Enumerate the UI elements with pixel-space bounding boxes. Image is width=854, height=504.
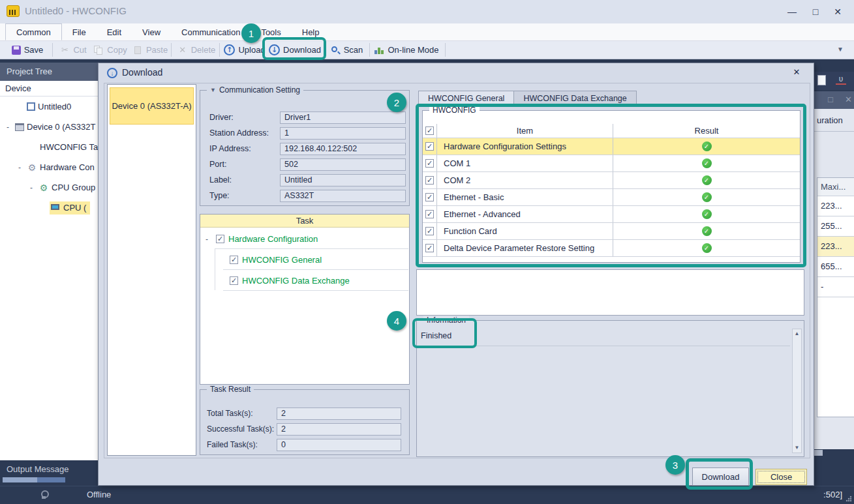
table-row-ethernet-advanced[interactable]: ✓Ethernet - Advanced✓ (423, 206, 800, 223)
project-icon (27, 102, 35, 111)
annotation-badge-2: 2 (387, 93, 406, 112)
column-header-item: Item (437, 124, 613, 138)
dialog-titlebar[interactable]: ↓ Download ✕ (99, 63, 814, 83)
hwconfig-group-title: HWCONFIG (429, 106, 480, 115)
driver-field[interactable]: Driver1 (280, 111, 406, 124)
dialog-close-icon[interactable]: ✕ (790, 67, 803, 79)
annotation-badge-4: 4 (387, 311, 406, 331)
type-field[interactable]: AS332T (280, 190, 406, 202)
tree-item-hwconfig-table[interactable]: HWCONFIG Table (0, 137, 98, 157)
checkbox-icon[interactable]: ✓ (425, 159, 434, 168)
tree-expander-icon[interactable]: - (18, 163, 26, 172)
menu-help[interactable]: Help (292, 24, 330, 41)
menu-common[interactable]: Common (5, 23, 62, 40)
upload-button[interactable]: ↑Upload (223, 42, 266, 58)
delete-button[interactable]: ✕Delete (175, 42, 218, 58)
column-header-result: Result (613, 124, 800, 138)
tab-hwconfig-general[interactable]: HWCONFIG General (418, 91, 514, 106)
checkbox-icon[interactable]: ✓ (230, 276, 238, 285)
total-task-s-row: Total Task(s):2 (200, 408, 409, 421)
download-dialog: ↓ Download ✕ Device 0 (AS332T-A) ▼ Commu… (98, 63, 814, 486)
table-row-com-2[interactable]: ✓COM 2✓ (423, 172, 800, 189)
task-root-row[interactable]: - ✓ Hardware Configuration (206, 234, 318, 244)
window-title: Untitled0 - HWCONFIG (25, 5, 127, 16)
tree-expander-icon[interactable]: - (30, 183, 38, 192)
communication-setting-group: ▼ Communication Setting Driver:Driver1St… (200, 90, 410, 206)
background-table-cell: 223... (817, 196, 854, 216)
maximize-icon[interactable]: □ (804, 4, 827, 20)
label-field[interactable]: Untitled (280, 174, 406, 186)
checkbox-icon[interactable]: ✓ (425, 193, 434, 201)
tree-item-cpu-group[interactable]: -⚙CPU Group (0, 177, 98, 198)
task-item-hwconfig-data-exchange[interactable]: ✓HWCONFIG Data Exchange (230, 276, 350, 286)
table-header-row: ✓ItemResult (423, 124, 800, 138)
download-button[interactable]: ↓Download (267, 42, 322, 58)
table-row-function-card[interactable]: ✓Function Card✓ (423, 223, 800, 240)
station-address-field[interactable]: 1 (280, 127, 406, 140)
background-table-fragment: Maxi...223...255...223...655...- (817, 177, 854, 417)
hwconfig-group: HWCONFIG ✓ItemResult✓Hardware Configurat… (422, 110, 801, 263)
copy-button[interactable]: Copy (91, 42, 129, 58)
information-scrollbar[interactable]: ▲ ▼ (792, 329, 802, 453)
tree-item-label: Device 0 (AS332T (27, 122, 96, 132)
dialog-download-button[interactable]: Download (692, 467, 749, 486)
failed-task-s-field[interactable]: 0 (277, 439, 401, 451)
checkbox-icon[interactable]: ✓ (425, 126, 434, 135)
table-row-com-1[interactable]: ✓COM 1✓ (423, 155, 800, 172)
device-list-item[interactable]: Device 0 (AS332T-A) (110, 87, 194, 125)
item-cell: COM 1 (437, 155, 613, 171)
menu-communication[interactable]: Communication (171, 24, 251, 41)
tab-hwconfig-data-exchange[interactable]: HWCONFIG Data Exchange (514, 91, 636, 106)
failed-task-s-label: Failed Task(s): (207, 440, 258, 449)
information-group: Information Finished ▲ ▼ (416, 320, 804, 457)
tree-item-device-0-as332t[interactable]: -Device 0 (AS332T (0, 117, 98, 137)
checkbox-icon[interactable]: ✓ (425, 227, 434, 235)
checkbox-icon[interactable]: ✓ (425, 210, 434, 218)
task-item-hwconfig-general[interactable]: ✓HWCONFIG General (230, 255, 322, 265)
success-check-icon: ✓ (702, 158, 712, 168)
checkbox-icon[interactable]: ✓ (425, 142, 434, 151)
divider (215, 248, 408, 249)
table-row-hardware-configuration-settings[interactable]: ✓Hardware Configuration Settings✓ (423, 138, 800, 155)
window-titlebar[interactable]: Untitled0 - HWCONFIG — □ ✕ (0, 0, 854, 23)
table-row-ethernet-basic[interactable]: ✓Ethernet - Basic✓ (423, 189, 800, 206)
background-table-cell: 255... (817, 216, 854, 237)
menu-file[interactable]: File (62, 24, 97, 41)
collapse-expander-icon[interactable]: - (206, 235, 212, 244)
tree-item-hardware-con[interactable]: -⚙Hardware Con (0, 157, 98, 177)
tree-item-untitled0[interactable]: Untitled0 (0, 96, 98, 117)
item-cell: Delta Device Parameter Restore Setting (437, 240, 613, 256)
annotation-badge-3: 3 (665, 455, 685, 475)
scan-button[interactable]: Scan (326, 42, 367, 58)
checkbox-icon[interactable]: ✓ (216, 235, 224, 243)
successful-task-s-label: Successful Task(s): (207, 424, 274, 434)
dialog-close-button[interactable]: Close (755, 469, 807, 485)
on-line-mode-button[interactable]: On-line Mode (372, 42, 441, 58)
ip-address-field[interactable]: 192.168.40.122:502 (280, 143, 406, 155)
tool-icon: ʋ (836, 74, 846, 85)
menu-view[interactable]: View (132, 24, 171, 41)
close-icon[interactable]: ✕ (827, 4, 849, 20)
table-row-delta-device-parameter-restore-setting[interactable]: ✓Delta Device Parameter Restore Setting✓ (423, 240, 800, 257)
minimize-icon[interactable]: — (781, 4, 803, 20)
resize-grip-icon[interactable] (846, 496, 852, 502)
tree-expander-icon[interactable]: - (7, 123, 14, 132)
total-task-s-field[interactable]: 2 (277, 408, 401, 420)
checkbox-icon[interactable]: ✓ (230, 256, 238, 264)
tree-item-cpu[interactable]: CPU ( (0, 198, 98, 218)
checkbox-icon[interactable]: ✓ (425, 176, 434, 185)
cut-button[interactable]: ✂Cut (56, 42, 90, 58)
checkbox-icon[interactable]: ✓ (425, 244, 434, 252)
collapse-chevron-icon[interactable]: ▼ (210, 87, 216, 93)
success-check-icon: ✓ (702, 141, 712, 151)
toolbar-overflow-chevron-down-icon[interactable]: ▼ (837, 46, 844, 53)
scroll-up-icon[interactable]: ▲ (793, 329, 801, 338)
task-result-group: Task Result Total Task(s):2Successful Ta… (200, 389, 410, 455)
task-root-label: Hardware Configuration (228, 234, 318, 244)
paste-button[interactable]: Paste (130, 42, 170, 58)
menu-edit[interactable]: Edit (97, 24, 132, 41)
successful-task-s-field[interactable]: 2 (277, 423, 401, 436)
port-field[interactable]: 502 (280, 158, 406, 171)
save-button[interactable]: Save (7, 42, 48, 58)
scroll-down-icon[interactable]: ▼ (793, 443, 801, 452)
